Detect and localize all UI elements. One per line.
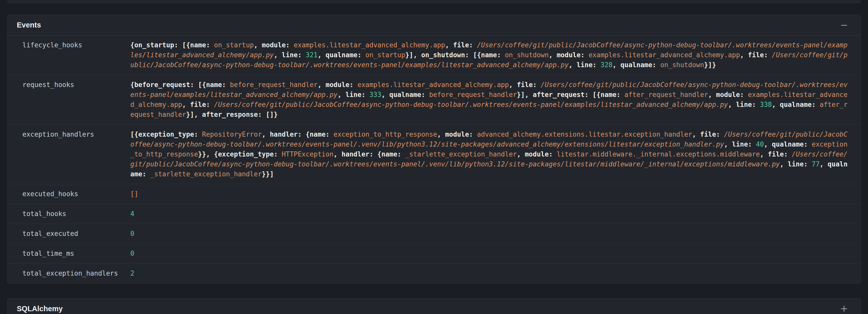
- value-token: , file:: [445, 41, 477, 49]
- row-value: 0: [130, 229, 861, 239]
- value-token: 0: [130, 250, 134, 257]
- table-row: total_exception_handlers2: [7, 263, 861, 283]
- value-token: 338: [760, 101, 772, 108]
- value-token: 2: [130, 270, 134, 277]
- value-token: , module:: [318, 81, 358, 89]
- value-token: 321: [306, 51, 318, 59]
- value-token: , line:: [724, 140, 756, 148]
- previous-panel-bottom-edge: [7, 0, 861, 3]
- row-value: 2: [130, 269, 861, 278]
- value-token: on_startup: [366, 51, 405, 59]
- row-label: request_hooks: [7, 80, 130, 90]
- row-value: [{exception_type: RepositoryError, handl…: [130, 129, 861, 179]
- table-row: total_hooks4: [7, 204, 861, 224]
- collapse-icon[interactable]: −: [840, 21, 848, 30]
- expand-icon[interactable]: +: [840, 304, 848, 313]
- value-token: }], after_response: []}: [186, 111, 278, 118]
- value-token: RepositoryError: [202, 130, 262, 138]
- value-token: before_request_handler: [429, 91, 517, 98]
- row-label: executed_hooks: [7, 189, 130, 199]
- row-value: {before_request: [{name: before_request_…: [130, 80, 861, 120]
- value-token: 333: [369, 91, 381, 98]
- table-row: executed_hooks[]: [7, 184, 861, 204]
- value-token: advanced_alchemy.extensions.litestar.exc…: [477, 130, 692, 138]
- value-token: , file:: [760, 150, 792, 158]
- value-token: HTTPException: [282, 150, 334, 158]
- value-token: []: [130, 190, 138, 198]
- value-token: exception_to_http_response: [334, 130, 437, 138]
- sqlalchemy-panel-header[interactable]: SQLAlchemy +: [7, 299, 861, 314]
- value-token: after_request_handler: [624, 91, 708, 98]
- value-token: before_request_handler: [230, 81, 317, 89]
- value-token: , qualname:: [318, 51, 366, 59]
- table-row: total_executed0: [7, 224, 861, 244]
- value-token: on_startup: [214, 41, 254, 49]
- value-token: , line:: [569, 61, 600, 69]
- value-token: , line:: [728, 101, 760, 108]
- value-token: , file:: [509, 81, 541, 89]
- value-token: , module:: [437, 130, 477, 138]
- value-token: }], on_shutdown: [{name:: [405, 51, 505, 59]
- value-token: 77: [812, 160, 819, 168]
- value-token: , qualname:: [772, 101, 819, 108]
- value-token: on_shutdown: [505, 51, 549, 59]
- table-row: lifecycle_hooks{on_startup: [{name: on_s…: [7, 35, 861, 75]
- debug-toolbar-page: Events − lifecycle_hooks{on_startup: [{n…: [0, 0, 868, 314]
- value-token: {on_startup: [{name:: [130, 41, 214, 49]
- sqlalchemy-panel-title: SQLAlchemy: [17, 305, 63, 312]
- value-token: }}]: [262, 170, 274, 178]
- value-token: , qualname:: [381, 91, 429, 98]
- row-label: exception_handlers: [7, 129, 130, 139]
- value-token: , module:: [549, 51, 589, 59]
- row-label: total_hooks: [7, 209, 130, 219]
- table-row: exception_handlers[{exception_type: Repo…: [7, 125, 861, 184]
- row-value: 4: [130, 209, 861, 219]
- value-token: , qualname:: [764, 140, 812, 148]
- value-token: , line:: [338, 91, 369, 98]
- value-token: on_shutdown: [660, 61, 704, 69]
- value-token: , line:: [274, 51, 306, 59]
- value-token: _starlette_exception_handler: [405, 150, 517, 158]
- value-token: }], after_request: [{name:: [517, 91, 624, 98]
- value-token: , module:: [708, 91, 748, 98]
- row-value: {on_startup: [{name: on_startup, module:…: [130, 40, 861, 70]
- value-token: /Users/coffee/git/public/JacobCoffee/asy…: [214, 101, 728, 108]
- table-row: total_time_ms0: [7, 244, 861, 263]
- value-token: litestar.middleware._internal.exceptions…: [557, 150, 760, 158]
- events-panel: Events − lifecycle_hooks{on_startup: [{n…: [7, 15, 861, 283]
- row-value: []: [130, 189, 861, 199]
- value-token: _starlette_exception_handler: [150, 170, 262, 178]
- value-token: 40: [756, 140, 764, 148]
- row-value: 0: [130, 249, 861, 258]
- value-token: }}, {exception_type:: [198, 150, 282, 158]
- value-token: , file:: [740, 51, 772, 59]
- value-token: 4: [130, 210, 134, 218]
- value-token: , module:: [254, 41, 294, 49]
- row-label: total_time_ms: [7, 249, 130, 258]
- row-label: total_exception_handlers: [7, 269, 130, 278]
- value-token: , line:: [780, 160, 812, 168]
- value-token: , file:: [692, 130, 724, 138]
- events-panel-title: Events: [17, 21, 41, 29]
- value-token: 0: [130, 230, 134, 238]
- value-token: {before_request: [{name:: [130, 81, 230, 89]
- row-label: lifecycle_hooks: [7, 40, 130, 50]
- sqlalchemy-panel: SQLAlchemy +: [7, 298, 861, 314]
- events-table: lifecycle_hooks{on_startup: [{name: on_s…: [7, 35, 861, 283]
- value-token: }]}: [704, 61, 716, 69]
- row-label: total_executed: [7, 229, 130, 239]
- events-panel-header[interactable]: Events −: [7, 15, 861, 35]
- table-row: request_hooks{before_request: [{name: be…: [7, 75, 861, 125]
- value-token: , handler: {name:: [262, 130, 334, 138]
- value-token: , handler: {name:: [334, 150, 405, 158]
- value-token: examples.litestar_advanced_alchemy.app: [589, 51, 740, 59]
- value-token: examples.litestar_advanced_alchemy.app: [358, 81, 509, 89]
- value-token: [{exception_type:: [130, 130, 202, 138]
- value-token: examples.litestar_advanced_alchemy.app: [294, 41, 445, 49]
- value-token: , file:: [182, 101, 214, 108]
- value-token: 328: [600, 61, 613, 69]
- value-token: , qualname:: [613, 61, 660, 69]
- value-token: , module:: [517, 150, 557, 158]
